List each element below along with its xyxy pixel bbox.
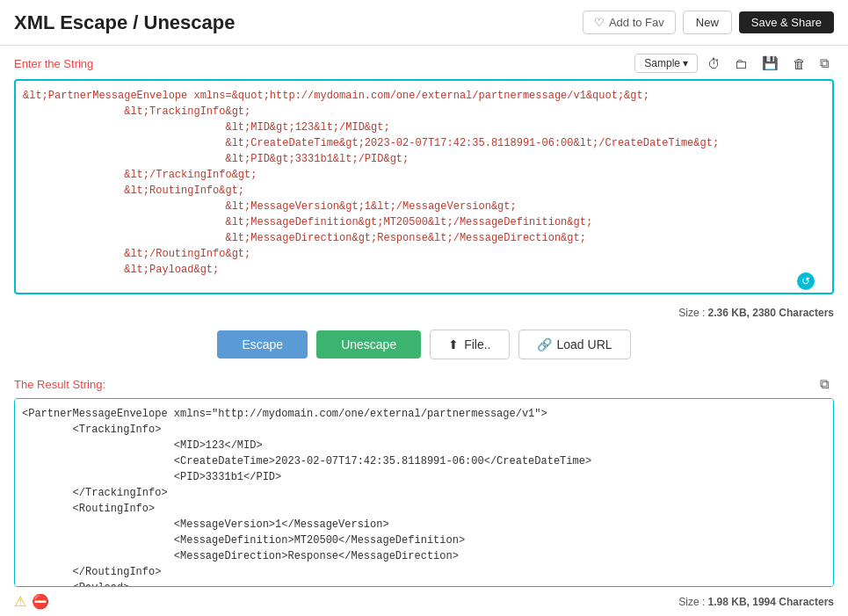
sample-dropdown-button[interactable]: Sample ▾ [634, 54, 698, 73]
result-status-icons: ⚠ ⛔ [14, 593, 49, 610]
result-size-info: Size : 1.98 KB, 1994 Characters [678, 596, 834, 608]
heart-icon: ♡ [594, 16, 605, 29]
load-url-button[interactable]: 🔗 Load URL [518, 330, 631, 359]
input-label-row: Enter the String Sample ▾ ⏱ 🗀 💾 🗑 ⧉ [14, 53, 834, 74]
input-wrapper: ↺ [14, 79, 834, 297]
header-actions: ♡ Add to Fav New Save & Share [583, 11, 834, 34]
folder-button[interactable]: 🗀 [730, 54, 752, 74]
copy-input-button[interactable]: ⧉ [815, 53, 834, 74]
upload-icon: ⬆ [448, 337, 459, 351]
result-section: The Result String: ⧉ [0, 370, 848, 590]
refresh-icon[interactable]: ↺ [797, 272, 815, 290]
copy-result-button[interactable]: ⧉ [815, 373, 834, 395]
input-label: Enter the String [14, 57, 93, 70]
chevron-down-icon: ▾ [683, 57, 688, 69]
file-button[interactable]: ⬆ File.. [430, 330, 509, 359]
trash-button[interactable]: 🗑 [788, 54, 810, 74]
header: XML Escape / Unescape ♡ Add to Fav New S… [0, 0, 848, 46]
escape-button[interactable]: Escape [217, 330, 308, 359]
new-button[interactable]: New [683, 11, 732, 34]
page-title: XML Escape / Unescape [14, 11, 236, 34]
unescape-button[interactable]: Unescape [316, 330, 421, 359]
input-controls: Sample ▾ ⏱ 🗀 💾 🗑 ⧉ [634, 53, 834, 74]
input-size-info: Size : 2.36 KB, 2380 Characters [0, 304, 848, 319]
link-icon: 🔗 [537, 337, 552, 351]
action-row: Escape Unescape ⬆ File.. 🔗 Load URL [0, 319, 848, 370]
result-footer: ⚠ ⛔ Size : 1.98 KB, 1994 Characters [0, 590, 848, 613]
sample-label: Sample [644, 57, 680, 69]
warning-icon: ⚠ [14, 593, 26, 610]
result-label: The Result String: [14, 378, 105, 391]
save-share-button[interactable]: Save & Share [739, 11, 834, 33]
add-to-fav-button[interactable]: ♡ Add to Fav [583, 11, 676, 34]
error-icon: ⛔ [32, 593, 49, 610]
save-disk-button[interactable]: 💾 [757, 53, 783, 74]
input-section: Enter the String Sample ▾ ⏱ 🗀 💾 🗑 ⧉ ↺ [0, 46, 848, 304]
input-textarea[interactable] [14, 79, 834, 294]
result-label-row: The Result String: ⧉ [14, 373, 834, 395]
output-textarea[interactable] [14, 398, 834, 587]
history-button[interactable]: ⏱ [703, 54, 725, 74]
